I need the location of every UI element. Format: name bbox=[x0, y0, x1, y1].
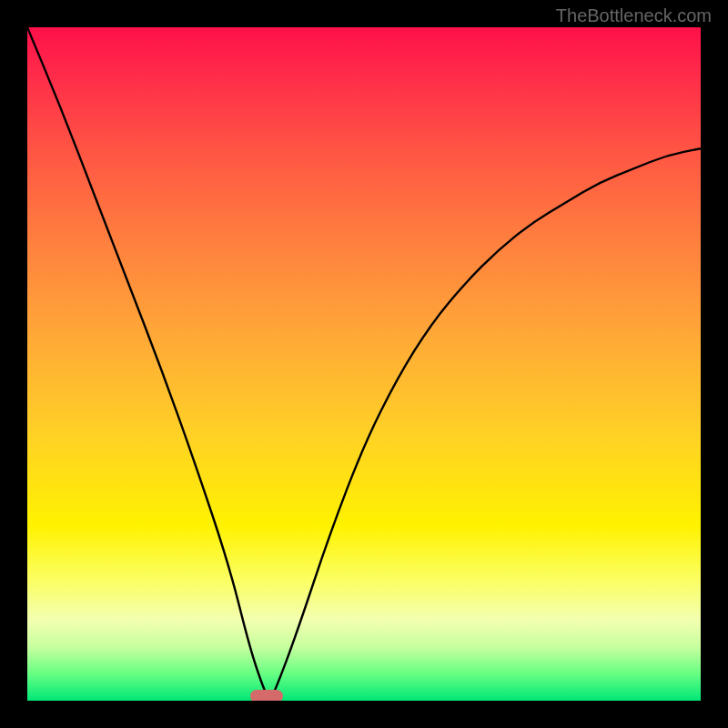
optimal-marker bbox=[250, 690, 283, 701]
bottleneck-curve bbox=[27, 27, 701, 701]
plot-area bbox=[27, 27, 701, 701]
watermark-text: TheBottleneck.com bbox=[556, 5, 712, 26]
